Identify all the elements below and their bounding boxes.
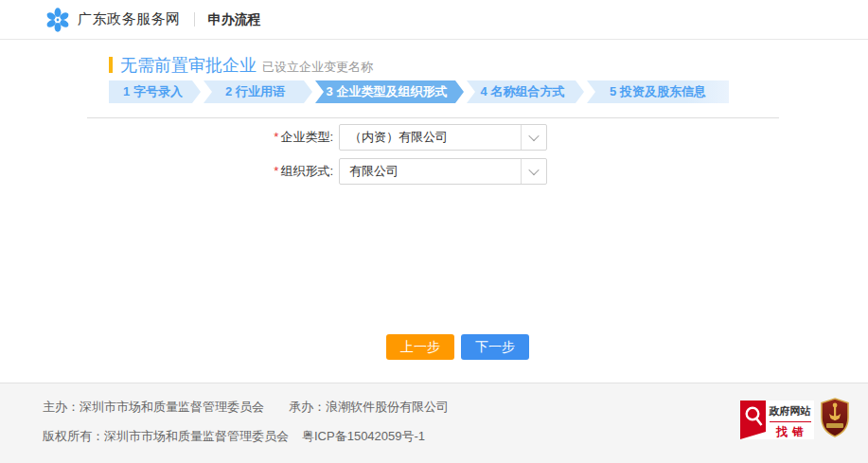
footer-host: 主办：深圳市市场和质量监督管理委员会 bbox=[43, 400, 264, 414]
page-footer: 主办：深圳市市场和质量监督管理委员会承办：浪潮软件股份有限公司 版权所有：深圳市… bbox=[0, 383, 868, 463]
required-asterisk: * bbox=[274, 130, 278, 144]
government-shield-emblem-icon[interactable] bbox=[820, 398, 850, 437]
next-step-button[interactable]: 下一步 bbox=[461, 334, 529, 360]
required-asterisk: * bbox=[274, 164, 278, 178]
organization-form-select-arrow[interactable] bbox=[521, 159, 546, 184]
site-name[interactable]: 广东政务服务网 bbox=[78, 10, 181, 28]
page-subtitle: 已设立企业变更名称 bbox=[262, 59, 373, 76]
previous-step-button[interactable]: 上一步 bbox=[386, 334, 454, 360]
nav-title-apply-flow[interactable]: 申办流程 bbox=[208, 11, 261, 28]
magnifier-flag-icon bbox=[740, 401, 766, 439]
title-accent-bar bbox=[109, 57, 113, 73]
page-title-row: 无需前置审批企业 已设立企业变更名称 bbox=[109, 54, 868, 75]
step-tab-2[interactable]: 2 行业用语 bbox=[204, 80, 312, 103]
footer-undertaker: 承办：浪潮软件股份有限公司 bbox=[289, 400, 449, 414]
page-title: 无需前置审批企业 bbox=[120, 54, 257, 77]
company-type-select[interactable]: （内资）有限公司 bbox=[339, 124, 547, 151]
company-type-label: *企业类型: bbox=[268, 129, 339, 146]
error-badge-divider bbox=[770, 421, 811, 422]
form-row-company-type: *企业类型: （内资）有限公司 bbox=[268, 124, 868, 151]
form-row-organization-form: *组织形式: 有限公司 bbox=[268, 158, 868, 185]
error-badge-title: 政府网站 bbox=[770, 404, 811, 418]
footer-copyright: 版权所有：深圳市市场和质量监督管理委员会 bbox=[43, 429, 289, 443]
header-divider bbox=[194, 12, 195, 27]
top-header: 广东政务服务网 申办流程 bbox=[0, 0, 868, 40]
footer-icp-number[interactable]: 粤ICP备15042059号-1 bbox=[302, 429, 425, 443]
company-type-form: *企业类型: （内资）有限公司 *组织形式: 有限公司 bbox=[0, 124, 868, 185]
form-actions: 上一步 下一步 bbox=[386, 334, 868, 360]
pinwheel-flower-logo-icon bbox=[45, 8, 70, 32]
website-error-report-badge[interactable]: 政府网站 找错 bbox=[740, 401, 814, 439]
organization-form-label: *组织形式: bbox=[268, 163, 339, 180]
error-badge-text: 政府网站 找错 bbox=[766, 401, 814, 439]
chevron-down-icon bbox=[528, 131, 539, 141]
main-content: 无需前置审批企业 已设立企业变更名称 1 字号录入 2 行业用语 3 企业类型及… bbox=[0, 54, 868, 383]
form-panel-divider bbox=[87, 117, 779, 118]
organization-form-select[interactable]: 有限公司 bbox=[339, 158, 547, 185]
step-tab-5[interactable]: 5 投资及股东信息 bbox=[587, 80, 729, 103]
step-tabs: 1 字号录入 2 行业用语 3 企业类型及组织形式 4 名称组合方式 5 投资及… bbox=[109, 80, 729, 103]
step-tab-1[interactable]: 1 字号录入 bbox=[109, 80, 201, 103]
chevron-down-icon bbox=[528, 165, 539, 175]
organization-form-select-value: 有限公司 bbox=[340, 163, 521, 180]
company-type-select-value: （内资）有限公司 bbox=[340, 129, 521, 146]
error-badge-action: 找错 bbox=[776, 424, 808, 440]
step-tab-3-active[interactable]: 3 企业类型及组织形式 bbox=[315, 80, 464, 103]
company-type-select-arrow[interactable] bbox=[521, 125, 546, 150]
step-tab-4[interactable]: 4 名称组合方式 bbox=[467, 80, 584, 103]
